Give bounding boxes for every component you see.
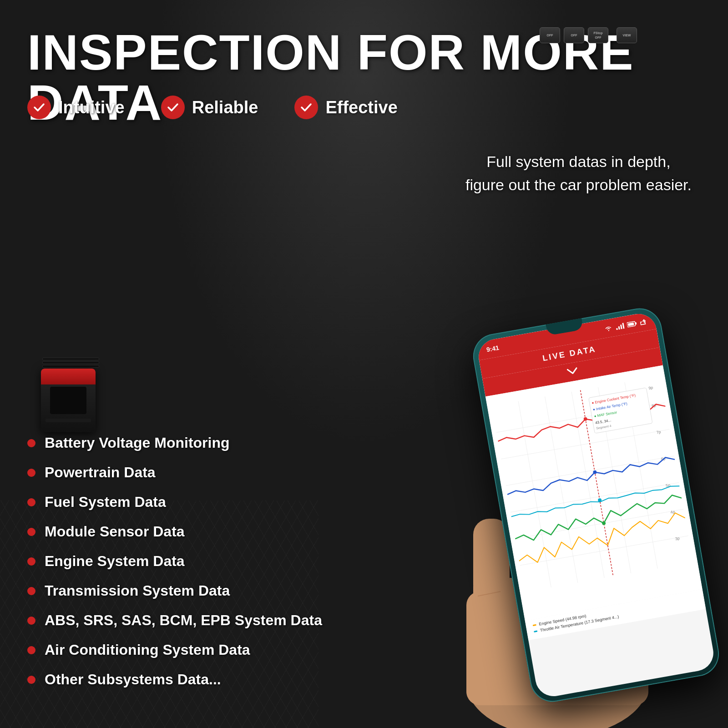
- bullet-abs: [27, 617, 35, 625]
- feature-item-abs: ABS, SRS, SAS, BCM, EPB System Data: [27, 612, 322, 629]
- checkmark-icon-3: [299, 101, 313, 114]
- dash-btn-off2: OFF: [564, 27, 584, 43]
- legend-color-throttle: [534, 630, 537, 632]
- obd-stack: [41, 358, 100, 432]
- bullet-transmission: [27, 587, 35, 595]
- svg-point-38: [602, 521, 606, 525]
- chart-area: 9p 8p 7p 6p 5p 4p 3p: [485, 365, 703, 621]
- dash-btn-fstop: FStop OFF: [588, 27, 608, 43]
- feature-item-ac: Air Conditioning System Data: [27, 642, 322, 658]
- badge-label-intuitive: Intuitive: [58, 98, 125, 117]
- feature-text-module: Module Sensor Data: [45, 523, 185, 540]
- badge-reliable: Reliable: [161, 96, 258, 119]
- svg-text:9p: 9p: [648, 385, 654, 391]
- battery-icon: [627, 320, 637, 328]
- check-circle-intuitive: [27, 96, 51, 119]
- feature-text-transmission: Transmission System Data: [45, 582, 230, 599]
- bullet-battery: [27, 439, 35, 447]
- dashboard-buttons: OFF OFF FStop OFF VIEW: [540, 27, 637, 43]
- feature-item-module: Module Sensor Data: [27, 523, 322, 540]
- feature-item-battery: Battery Voltage Monitoring: [27, 435, 322, 451]
- svg-rect-11: [618, 326, 620, 329]
- svg-line-19: [506, 456, 674, 485]
- feature-text-ac: Air Conditioning System Data: [45, 642, 250, 658]
- bullet-powertrain: [27, 469, 35, 477]
- feature-list: Battery Voltage Monitoring Powertrain Da…: [27, 435, 322, 701]
- phone-signal-icons: [603, 318, 647, 332]
- svg-rect-13: [622, 323, 624, 329]
- check-circle-reliable: [161, 96, 185, 119]
- svg-rect-16: [628, 323, 634, 326]
- badge-label-reliable: Reliable: [192, 98, 258, 117]
- checkmark-icon-2: [166, 101, 180, 114]
- bullet-fuel: [27, 498, 35, 506]
- bullet-ac: [27, 646, 35, 654]
- feature-text-other: Other Subsystems Data...: [45, 671, 221, 688]
- chevron-down-icon: [565, 365, 580, 377]
- dash-btn-off1: OFF: [540, 27, 560, 43]
- check-circle-effective: [294, 96, 318, 119]
- bullet-module: [27, 528, 35, 536]
- svg-line-21: [515, 509, 683, 539]
- badges-row: Intuitive Reliable Effective: [27, 96, 398, 119]
- feature-text-powertrain: Powertrain Data: [45, 464, 156, 481]
- svg-line-22: [520, 536, 688, 565]
- feature-item-transmission: Transmission System Data: [27, 582, 322, 599]
- share-icon: [639, 318, 647, 326]
- feature-text-engine: Engine System Data: [45, 553, 185, 570]
- bullet-other: [27, 676, 35, 684]
- obd-body: [41, 369, 96, 432]
- bullet-engine: [27, 557, 35, 566]
- signal-icon: [615, 322, 625, 330]
- svg-text:3p: 3p: [675, 536, 680, 541]
- badge-label-effective: Effective: [325, 98, 397, 117]
- feature-item-engine: Engine System Data: [27, 553, 322, 570]
- feature-item-other: Other Subsystems Data...: [27, 671, 322, 688]
- obd-connector: [50, 387, 86, 414]
- feature-text-abs: ABS, SRS, SAS, BCM, EPB System Data: [45, 612, 322, 629]
- obd-red-strip: [41, 369, 96, 384]
- legend-color-engine-speed: [533, 624, 536, 626]
- svg-rect-12: [620, 324, 622, 329]
- tagline: Full system datas in depth, figure out t…: [465, 150, 692, 197]
- badge-effective: Effective: [294, 96, 397, 119]
- svg-rect-10: [616, 328, 618, 330]
- svg-text:7p: 7p: [656, 430, 662, 435]
- wifi-icon: [603, 324, 613, 332]
- checkmark-icon: [32, 101, 46, 114]
- tagline-line2: figure out the car problem easier.: [465, 173, 692, 197]
- feature-text-fuel: Fuel System Data: [45, 494, 166, 511]
- live-data-chart: 9p 8p 7p 6p 5p 4p 3p: [490, 370, 697, 615]
- tagline-line1: Full system datas in depth,: [465, 150, 692, 173]
- svg-line-18: [501, 430, 669, 459]
- badge-intuitive: Intuitive: [27, 96, 125, 119]
- dash-btn-view: VIEW: [617, 27, 637, 43]
- phone-time: 9:41: [486, 344, 500, 354]
- svg-line-20: [511, 483, 679, 512]
- feature-item-fuel: Fuel System Data: [27, 494, 322, 511]
- content-wrapper: OFF OFF FStop OFF VIEW INSPECTION FOR MO…: [0, 0, 728, 728]
- feature-item-powertrain: Powertrain Data: [27, 464, 322, 481]
- feature-text-battery: Battery Voltage Monitoring: [45, 435, 230, 451]
- svg-line-24: [545, 396, 578, 582]
- obd-device-area: [41, 357, 100, 432]
- svg-line-23: [518, 401, 551, 587]
